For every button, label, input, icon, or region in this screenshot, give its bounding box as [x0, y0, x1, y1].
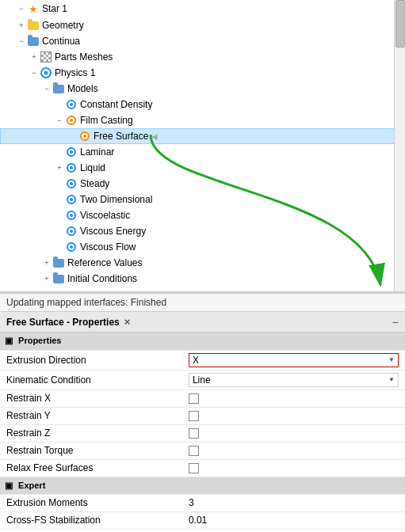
tree-item-physics1[interactable]: − Physics 1: [0, 65, 405, 81]
tree-item-constant-density[interactable]: · Constant Density: [0, 97, 405, 112]
tree-item-free-surface[interactable]: · Free Surface ◀: [0, 128, 405, 144]
physics1-icon: [40, 66, 52, 79]
root-expander[interactable]: −: [16, 3, 27, 14]
geometry-folder-icon: [27, 19, 40, 32]
prop-restrain-y-label: Restrain Y: [0, 407, 182, 424]
props-header: Free Surface - Properties × −: [0, 312, 405, 332]
section-expert-label: ▣ Expert: [0, 477, 405, 494]
tree-item-two-dimensional[interactable]: · Two Dimensional: [0, 192, 405, 207]
prop-restrain-x-value[interactable]: [182, 390, 405, 407]
props-title-group: Free Surface - Properties ×: [6, 316, 130, 328]
prop-restrain-torque-value[interactable]: [182, 442, 405, 459]
table-row: Restrain X: [0, 390, 405, 407]
geometry-label: Geometry: [42, 20, 84, 31]
tree-scrollbar[interactable]: [394, 0, 405, 291]
steady-icon: [65, 177, 78, 190]
extrusion-direction-dropdown[interactable]: X ▼: [189, 353, 399, 367]
section-properties-label: ▣ Properties: [0, 332, 405, 350]
tree-item-reference-values[interactable]: + Reference Values: [0, 255, 405, 271]
continua-label: Continua: [42, 36, 80, 47]
props-close-button[interactable]: ×: [124, 316, 131, 328]
tree-item-viscoelastic[interactable]: · Viscoelastic: [0, 207, 405, 223]
continua-folder-icon: [27, 35, 40, 48]
liquid-expander[interactable]: +: [54, 162, 65, 173]
ref-values-label: Reference Values: [67, 257, 143, 268]
kinematic-condition-dropdown[interactable]: Line ▼: [189, 373, 399, 387]
tree-item-initial-conditions[interactable]: + Initial Conditions: [0, 271, 405, 287]
star-icon: ★: [27, 2, 40, 15]
initial-cond-label: Initial Conditions: [67, 273, 137, 284]
restrain-x-checkbox[interactable]: [189, 393, 199, 404]
initial-cond-expander[interactable]: +: [41, 273, 52, 284]
steady-label: Steady: [80, 178, 109, 189]
tree-item-models[interactable]: − Models: [0, 81, 405, 97]
continua-expander[interactable]: −: [16, 36, 27, 47]
status-bar: Updating mapped interfaces: Finished: [0, 293, 405, 312]
props-minimize-button[interactable]: −: [392, 316, 399, 329]
kinematic-dropdown-arrow: ▼: [388, 376, 395, 383]
tree-root-item[interactable]: − ★ Star 1: [0, 0, 405, 17]
tree-scrollbar-thumb[interactable]: [395, 0, 405, 48]
prop-restrain-z-label: Restrain Z: [0, 424, 182, 442]
parts-meshes-expander[interactable]: +: [29, 51, 40, 63]
film-casting-icon: [65, 114, 78, 127]
table-row: Extrusion Direction X ▼: [0, 350, 405, 370]
root-label: Star 1: [42, 3, 67, 14]
table-row: Restrain Torque: [0, 442, 405, 459]
prop-kinematic-condition-value[interactable]: Line ▼: [182, 370, 405, 390]
prop-cross-fs-value[interactable]: 0.01: [182, 511, 405, 529]
free-surface-icon: [78, 130, 91, 142]
physics1-expander[interactable]: −: [29, 67, 40, 78]
prop-restrain-x-label: Restrain X: [0, 390, 182, 407]
extrusion-dropdown-arrow: ▼: [388, 356, 395, 363]
table-row: Cross-FS Stabilization 0.01: [0, 511, 405, 529]
prop-extrusion-direction-value[interactable]: X ▼: [182, 350, 405, 370]
tree-item-geometry[interactable]: + Geometry: [0, 17, 405, 33]
laminar-label: Laminar: [80, 146, 114, 158]
tree-item-steady[interactable]: · Steady: [0, 176, 405, 192]
tree-item-viscous-energy[interactable]: · Viscous Energy: [0, 223, 405, 239]
prop-relax-free-surfaces-value[interactable]: [182, 459, 405, 477]
properties-table: ▣ Properties Extrusion Direction X ▼ Kin…: [0, 332, 405, 530]
status-message: Updating mapped interfaces: Finished: [6, 297, 166, 308]
free-surface-label: Free Surface: [94, 131, 148, 142]
ref-values-expander[interactable]: +: [41, 257, 52, 268]
restrain-y-checkbox[interactable]: [189, 411, 199, 421]
section-expert-header: ▣ Expert: [0, 477, 405, 494]
models-folder-icon: [52, 82, 65, 95]
viscoelastic-label: Viscoelastic: [80, 210, 130, 221]
tree-item-film-casting[interactable]: − Film Casting: [0, 112, 405, 128]
prop-kinematic-condition-label: Kinematic Condition: [0, 370, 182, 390]
tree-item-laminar[interactable]: · Laminar: [0, 144, 405, 160]
two-dim-label: Two Dimensional: [80, 194, 152, 205]
prop-extrusion-moments-value[interactable]: 3: [182, 494, 405, 511]
relax-free-surfaces-checkbox[interactable]: [189, 463, 199, 473]
models-expander[interactable]: −: [41, 83, 52, 94]
film-casting-label: Film Casting: [80, 115, 133, 126]
liquid-label: Liquid: [80, 162, 105, 173]
two-dim-icon: [65, 193, 78, 206]
film-casting-expander[interactable]: −: [54, 115, 65, 126]
prop-restrain-z-value[interactable]: [182, 424, 405, 442]
constant-density-label: Constant Density: [80, 99, 152, 110]
geometry-expander[interactable]: +: [16, 20, 27, 31]
properties-panel: Free Surface - Properties × − ▣ Properti…: [0, 312, 405, 532]
table-row: Restrain Y: [0, 407, 405, 424]
table-row: Relax Free Surfaces: [0, 459, 405, 477]
tree-item-parts-meshes[interactable]: + Parts Meshes: [0, 49, 405, 65]
prop-restrain-y-value[interactable]: [182, 407, 405, 424]
viscous-energy-icon: [65, 225, 78, 238]
prop-restrain-torque-label: Restrain Torque: [0, 442, 182, 459]
tree-item-liquid[interactable]: + Liquid: [0, 160, 405, 176]
props-title-text: Free Surface - Properties: [6, 317, 120, 328]
tree-item-continua[interactable]: − Continua: [0, 33, 405, 49]
initial-cond-icon: [52, 272, 65, 285]
prop-extrusion-moments-label: Extrusion Moments: [0, 494, 182, 511]
restrain-torque-checkbox[interactable]: [189, 446, 199, 456]
tree-item-viscous-flow[interactable]: · Viscous Flow: [0, 239, 405, 255]
section-properties-header: ▣ Properties: [0, 332, 405, 350]
parts-meshes-label: Parts Meshes: [55, 51, 113, 63]
restrain-z-checkbox[interactable]: [189, 428, 199, 439]
viscous-energy-label: Viscous Energy: [80, 226, 146, 237]
table-row: Kinematic Condition Line ▼: [0, 370, 405, 390]
